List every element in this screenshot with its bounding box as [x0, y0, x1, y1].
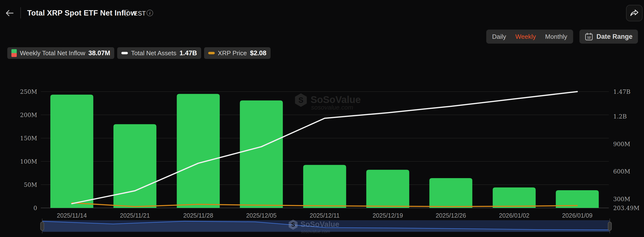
bar-2025/11/14[interactable] [50, 94, 94, 208]
bar-2025/11/28[interactable] [177, 94, 220, 208]
x-axis-label: 2025/11/28 [183, 212, 213, 219]
x-axis-label: 2025/11/14 [57, 212, 87, 219]
watermark-domain: sosovalue.com [311, 104, 353, 111]
x-axis-label: 2025/12/26 [436, 212, 466, 219]
chart-canvas[interactable]: 050M100M150M200M250M203.49M300M600M900M1… [0, 0, 644, 237]
y-axis-right-label: 300M [613, 196, 630, 203]
watermark-domain: sosovalue.com [301, 229, 330, 234]
bar-2025/12/19[interactable] [366, 170, 409, 208]
watermark-cube-letter: S [291, 222, 295, 228]
x-axis-label: 2025/12/05 [246, 212, 276, 219]
y-axis-left-label: 200M [20, 112, 37, 118]
y-axis-right-label: 1.47B [613, 88, 630, 95]
bar-2025/12/11[interactable] [303, 165, 346, 208]
y-axis-right-label: 900M [613, 141, 630, 148]
brush-handle-right-grip[interactable] [608, 222, 612, 231]
y-axis-left-label: 100M [20, 158, 37, 165]
y-axis-right-label: 1.2B [613, 113, 627, 120]
bar-2025/11/21[interactable] [114, 124, 156, 208]
watermark-brand: SoSoValue [310, 94, 361, 105]
watermark-cube-letter: S [298, 96, 304, 104]
x-axis-label: 2026/01/02 [499, 212, 529, 219]
x-axis-label: 2025/12/19 [372, 212, 403, 219]
x-axis-label: 2026/01/09 [562, 212, 592, 219]
brush-handle-left-grip[interactable] [40, 222, 44, 231]
bar-2026/01/02[interactable] [493, 188, 536, 208]
watermark: SSoSoValuesosovalue.com [295, 93, 361, 111]
y-axis-left-label: 0 [34, 205, 37, 212]
bar-2025/12/26[interactable] [430, 178, 472, 208]
watermark-brand: SoSoValue [300, 220, 339, 229]
y-axis-right-label: 203.49M [613, 205, 640, 212]
y-axis-left-label: 250M [20, 88, 37, 95]
y-axis-right-label: 600M [613, 168, 630, 175]
watermark: SSoSoValuesosovalue.com [289, 220, 339, 234]
x-axis-label: 2025/12/11 [310, 212, 340, 219]
x-axis-label: 2025/11/21 [120, 212, 150, 219]
y-axis-left-label: 50M [24, 182, 37, 188]
bar-2025/12/05[interactable] [240, 100, 283, 208]
y-axis-left-label: 150M [20, 135, 37, 142]
